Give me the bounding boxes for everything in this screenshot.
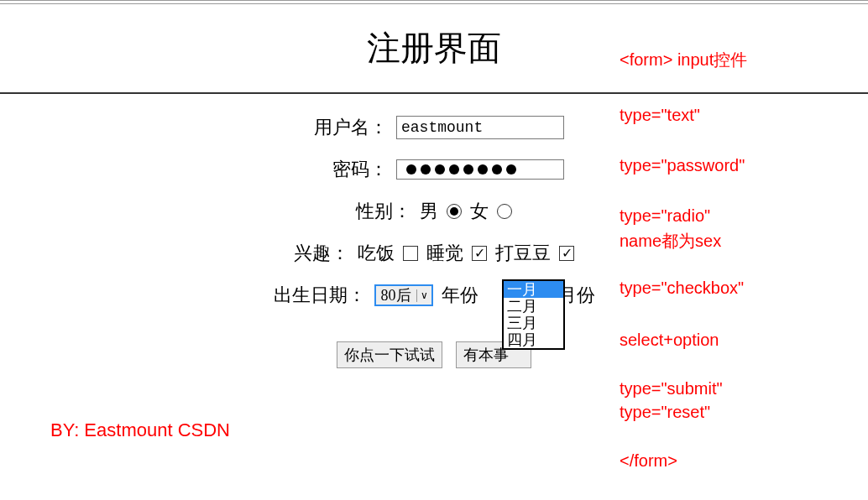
password-dot: [435, 164, 445, 174]
chevron-down-icon: ∨: [416, 289, 431, 302]
password-dot: [421, 164, 431, 174]
divider: [0, 92, 868, 94]
registration-form: 用户名： 密码： 性别： 男 女 兴趣： 吃饭 睡觉 打豆豆 出生日期： 80后…: [0, 115, 868, 368]
hobby-sleep-checkbox[interactable]: [472, 246, 487, 261]
hobby-beat-label: 打豆豆: [495, 241, 551, 266]
month-option[interactable]: 二月: [504, 298, 563, 315]
annotation-select: select+option: [620, 331, 719, 350]
gender-label: 性别：: [356, 199, 411, 224]
month-option[interactable]: 三月: [504, 315, 563, 331]
password-dot: [406, 164, 416, 174]
password-label: 密码：: [304, 157, 388, 182]
gender-male-radio[interactable]: [447, 204, 462, 219]
year-select-value: 80后: [376, 285, 416, 305]
password-dot: [449, 164, 459, 174]
annotation-password: type="password": [620, 156, 745, 175]
hobby-eat-label: 吃饭: [358, 241, 395, 266]
annotation-checkbox: type="checkbox": [620, 279, 744, 298]
hobby-sleep-label: 睡觉: [426, 241, 463, 266]
month-option[interactable]: 四月: [504, 331, 563, 348]
hobby-beat-checkbox[interactable]: [559, 246, 574, 261]
username-label: 用户名：: [304, 115, 388, 140]
password-dot: [506, 164, 516, 174]
year-suffix: 年份: [442, 283, 478, 308]
gender-female-label: 女: [470, 199, 489, 224]
username-input[interactable]: [396, 116, 564, 139]
password-dot: [463, 164, 473, 174]
gender-male-label: 男: [420, 199, 438, 224]
password-dot: [478, 164, 488, 174]
gender-female-radio[interactable]: [497, 204, 512, 219]
hobby-eat-checkbox[interactable]: [403, 246, 418, 261]
password-dot: [492, 164, 502, 174]
annotation-radio: type="radio": [620, 206, 710, 226]
annotation-form: <form> input控件: [620, 49, 747, 71]
annotation-reset: type="reset": [620, 403, 710, 422]
password-input[interactable]: [396, 159, 564, 180]
annotation-submit: type="submit": [620, 379, 723, 398]
annotation-name-sex: name都为sex: [620, 230, 721, 253]
hobby-label: 兴趣：: [294, 241, 349, 266]
annotation-form-end: </form>: [620, 451, 677, 471]
submit-button[interactable]: 你点一下试试: [337, 341, 442, 368]
birth-label: 出生日期：: [274, 283, 366, 308]
year-select[interactable]: 80后 ∨: [374, 284, 433, 306]
month-select-dropdown[interactable]: 一月二月三月四月: [502, 279, 565, 350]
annotation-text: type="text": [620, 106, 700, 125]
byline: BY: Eastmount CSDN: [50, 419, 230, 441]
month-option[interactable]: 一月: [504, 281, 563, 298]
